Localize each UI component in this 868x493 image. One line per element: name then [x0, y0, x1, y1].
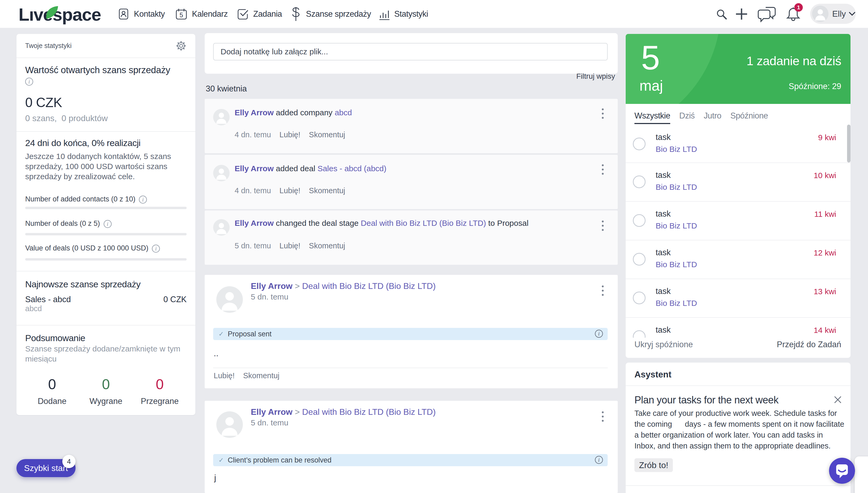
svg-text:5: 5: [179, 12, 183, 19]
